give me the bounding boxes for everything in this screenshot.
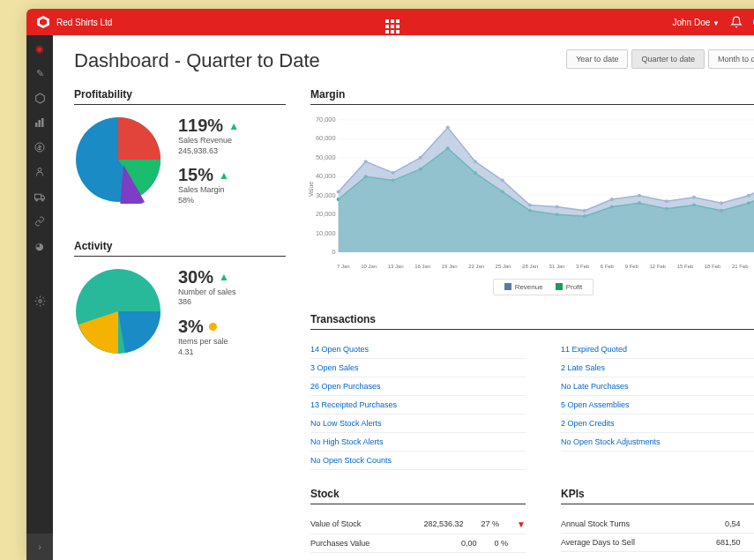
stock-section: Stock Value of Stock282,536.3227 %▼Purch… bbox=[310, 488, 526, 553]
svg-point-46 bbox=[392, 171, 395, 175]
svg-text:30,000: 30,000 bbox=[316, 191, 336, 199]
company-logo[interactable]: Red Shirts Ltd bbox=[37, 16, 112, 28]
activity-section: Activity 30% ▲Number of sales3863% Items… bbox=[74, 240, 286, 367]
stock-title: Stock bbox=[310, 488, 526, 504]
svg-text:10,000: 10,000 bbox=[316, 229, 336, 237]
transaction-link[interactable]: 5 Open Assemblies bbox=[561, 396, 754, 414]
svg-text:60,000: 60,000 bbox=[316, 135, 336, 143]
transaction-link[interactable]: No Low Stock Alerts bbox=[310, 414, 526, 433]
arrow-up-icon: ▲ bbox=[219, 271, 229, 283]
date-range-tabs: Year to dateQuarter to dateMonth to date bbox=[566, 49, 754, 69]
transaction-link[interactable]: 11 Expired Quoted bbox=[561, 340, 754, 359]
notifications-bell-icon[interactable] bbox=[730, 16, 743, 28]
profitability-pie-chart bbox=[74, 116, 162, 204]
svg-point-55 bbox=[638, 194, 641, 198]
kpis-section: KPIs Annual Stock Turns0,5432 %Average D… bbox=[561, 488, 754, 553]
svg-point-7 bbox=[41, 198, 43, 200]
transaction-link[interactable]: 14 Open Quotes bbox=[310, 340, 526, 359]
arrow-up-icon: ▲ bbox=[228, 120, 239, 132]
arrow-down-icon: ▼ bbox=[517, 519, 526, 529]
svg-point-58 bbox=[720, 201, 723, 205]
nav-finance-icon[interactable] bbox=[34, 141, 46, 153]
transaction-link[interactable]: No Open Stock Adjustments bbox=[561, 433, 754, 452]
user-menu[interactable]: John Doe ▼ bbox=[672, 18, 720, 27]
chevron-down-icon: ▼ bbox=[713, 19, 720, 27]
dot-indicator-icon bbox=[209, 323, 217, 331]
company-name: Red Shirts Ltd bbox=[56, 18, 112, 27]
svg-point-54 bbox=[610, 198, 614, 201]
svg-point-50 bbox=[501, 179, 504, 183]
transaction-link[interactable]: No Open Stock Counts bbox=[310, 452, 526, 470]
stock-row: Value of Stock282,536.3227 %▼ bbox=[310, 515, 526, 534]
margin-title: Margin bbox=[310, 88, 754, 105]
transactions-section: Transactions 14 Open Quotes3 Open Sales2… bbox=[310, 313, 754, 470]
metric: 3% Items per sale4.31 bbox=[178, 317, 286, 357]
top-bar: Red Shirts Ltd John Doe ▼ ? bbox=[26, 9, 754, 35]
svg-point-59 bbox=[747, 194, 750, 198]
apps-grid-icon bbox=[385, 19, 399, 34]
nav-customers-icon[interactable] bbox=[34, 166, 46, 178]
x-axis-labels: 7 Jan10 Jan13 Jan16 Jan19 Jan22 Jan25 Ja… bbox=[310, 264, 754, 269]
nav-inventory-icon[interactable] bbox=[34, 92, 46, 104]
user-controls: John Doe ▼ ? bbox=[672, 16, 754, 28]
transaction-link[interactable]: 13 Receipted Purchases bbox=[310, 396, 526, 414]
date-tab-year-to-date[interactable]: Year to date bbox=[566, 49, 628, 69]
transaction-link[interactable]: No Late Purchases bbox=[561, 377, 754, 396]
nav-shipping-icon[interactable] bbox=[34, 190, 46, 203]
profitability-section: Profitability 119% ▲Sales Revenue bbox=[74, 88, 286, 215]
app-window: Red Shirts Ltd John Doe ▼ ? ◉ ✎ bbox=[26, 9, 754, 560]
transaction-link[interactable]: No High Stock Alerts bbox=[310, 433, 526, 452]
nav-reports-icon[interactable] bbox=[34, 116, 46, 129]
svg-point-56 bbox=[665, 199, 668, 203]
margin-section: Margin Value 010,00020,00030,00040,00050… bbox=[310, 88, 754, 295]
main-content: Dashboard - Quarter to Date Year to date… bbox=[53, 35, 754, 560]
svg-point-4 bbox=[38, 168, 41, 172]
transaction-link[interactable]: 2 Late Sales bbox=[561, 359, 754, 377]
svg-text:40,000: 40,000 bbox=[316, 172, 336, 180]
nav-dashboard-icon[interactable]: ◉ bbox=[34, 42, 46, 55]
transactions-title: Transactions bbox=[310, 313, 754, 330]
nav-link-icon[interactable] bbox=[34, 215, 46, 228]
svg-text:0: 0 bbox=[332, 248, 335, 256]
svg-point-8 bbox=[38, 299, 41, 302]
activity-pie-chart bbox=[74, 267, 162, 355]
transaction-link[interactable]: 26 Open Purchases bbox=[310, 377, 526, 396]
svg-point-48 bbox=[446, 126, 450, 130]
svg-point-44 bbox=[337, 190, 340, 193]
svg-point-52 bbox=[556, 205, 559, 209]
svg-point-51 bbox=[528, 203, 532, 206]
activity-title: Activity bbox=[74, 240, 286, 257]
hexagon-logo-icon bbox=[37, 16, 49, 28]
svg-text:50,000: 50,000 bbox=[316, 153, 336, 161]
svg-rect-0 bbox=[35, 123, 38, 127]
sidebar-expand-button[interactable]: › bbox=[26, 534, 53, 560]
nav-sales-icon[interactable]: ✎ bbox=[34, 67, 46, 79]
svg-rect-5 bbox=[34, 194, 41, 198]
svg-point-57 bbox=[692, 196, 696, 199]
nav-settings-icon[interactable] bbox=[34, 295, 46, 307]
svg-point-45 bbox=[364, 160, 368, 163]
svg-rect-2 bbox=[41, 118, 44, 127]
date-tab-quarter-to-date[interactable]: Quarter to date bbox=[631, 49, 705, 69]
nav-analytics-icon[interactable]: ◕ bbox=[34, 240, 46, 252]
margin-chart: Value 010,00020,00030,00040,00050,00060,… bbox=[310, 116, 754, 257]
stock-row: Purchases Value0,000 % bbox=[310, 534, 526, 553]
legend-revenue: Revenue bbox=[504, 283, 543, 291]
svg-text:70,000: 70,000 bbox=[316, 116, 336, 123]
profitability-title: Profitability bbox=[74, 88, 286, 105]
metric: 30% ▲Number of sales386 bbox=[178, 267, 286, 308]
transaction-link[interactable]: 3 Open Sales bbox=[310, 359, 526, 377]
metric: 15% ▲Sales Margin58% bbox=[178, 165, 286, 205]
legend-profit: Profit bbox=[556, 283, 583, 291]
kpi-row: Average Days to Sell681,5084 % bbox=[561, 534, 754, 552]
kpis-title: KPIs bbox=[561, 488, 754, 504]
transaction-link[interactable]: 2 Open Credits bbox=[561, 414, 754, 433]
metric: 119% ▲Sales Revenue245,938.63 bbox=[178, 116, 286, 156]
svg-rect-1 bbox=[39, 120, 41, 127]
svg-point-49 bbox=[474, 160, 477, 163]
apps-menu[interactable] bbox=[112, 11, 672, 34]
arrow-up-icon: ▲ bbox=[219, 169, 229, 182]
svg-point-6 bbox=[35, 198, 37, 200]
date-tab-month-to-date[interactable]: Month to date bbox=[708, 49, 754, 69]
svg-point-47 bbox=[419, 156, 422, 160]
